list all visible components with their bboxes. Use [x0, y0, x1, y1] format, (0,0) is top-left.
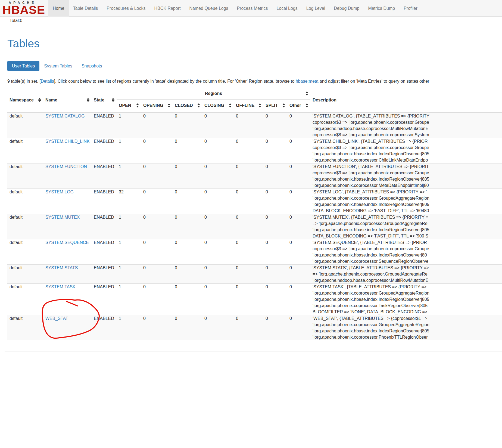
sort-icon[interactable]	[282, 103, 285, 107]
cell-region-count-opening[interactable]: 0	[141, 214, 173, 239]
tab-snapshots[interactable]: Snapshots	[77, 61, 107, 71]
cell-region-count-offline[interactable]: 0	[234, 163, 263, 189]
cell-region-count-split[interactable]: 0	[263, 113, 287, 138]
nav-item-log-level[interactable]: Log Level	[302, 0, 329, 17]
cell-region-count-offline[interactable]: 0	[234, 214, 263, 239]
cell-region-count-closing[interactable]: 0	[202, 138, 234, 163]
nav-item-procedures-locks[interactable]: Procedures & Locks	[102, 0, 150, 17]
cell-region-count-other[interactable]: 0	[287, 265, 310, 284]
nav-item-process-metrics[interactable]: Process Metrics	[233, 0, 272, 17]
cell-region-count-closing[interactable]: 0	[202, 239, 234, 265]
cell-region-count-other[interactable]: 0	[287, 239, 310, 265]
table-name-link-system-child-link[interactable]: SYSTEM.CHILD_LINK	[45, 139, 90, 144]
cell-region-count-split[interactable]: 0	[263, 189, 287, 214]
cell-region-count-split[interactable]: 0	[263, 284, 287, 315]
table-name-link-system-task[interactable]: SYSTEM.TASK	[45, 285, 76, 289]
cell-region-count-closing[interactable]: 0	[202, 113, 234, 138]
cell-region-count-other[interactable]: 0	[287, 163, 310, 189]
cell-region-count-offline[interactable]: 0	[234, 265, 263, 284]
nav-item-named-queue-logs[interactable]: Named Queue Logs	[185, 0, 232, 17]
cell-region-count-other[interactable]: 0	[287, 214, 310, 239]
cell-region-count-open[interactable]: 32	[117, 189, 141, 214]
cell-region-count-offline[interactable]: 0	[234, 315, 263, 341]
table-name-link-system-stats[interactable]: SYSTEM.STATS	[45, 265, 78, 270]
cell-region-count-opening[interactable]: 0	[141, 265, 173, 284]
cell-region-count-closed[interactable]: 0	[173, 214, 202, 239]
cell-region-count-closed[interactable]: 0	[173, 163, 202, 189]
sort-icon[interactable]	[258, 103, 261, 107]
cell-region-count-offline[interactable]: 0	[234, 113, 263, 138]
table-name-link-system-catalog[interactable]: SYSTEM.CATALOG	[45, 114, 85, 118]
cell-region-count-closed[interactable]: 0	[173, 138, 202, 163]
intro-link-details[interactable]: Details	[41, 79, 54, 84]
cell-region-count-opening[interactable]: 0	[141, 315, 173, 341]
cell-region-count-closing[interactable]: 0	[202, 265, 234, 284]
cell-region-count-split[interactable]: 0	[263, 138, 287, 163]
cell-region-count-opening[interactable]: 0	[141, 163, 173, 189]
cell-region-count-closing[interactable]: 0	[202, 214, 234, 239]
table-name-link-web-stat[interactable]: WEB_STAT	[45, 316, 68, 321]
sort-icon[interactable]	[229, 103, 232, 107]
nav-item-debug-dump[interactable]: Debug Dump	[329, 0, 364, 17]
cell-region-count-closing[interactable]: 0	[202, 189, 234, 214]
intro-link-hbase-meta[interactable]: hbase:meta	[296, 79, 319, 84]
nav-item-home[interactable]: Home	[48, 0, 69, 17]
cell-region-count-closed[interactable]: 0	[173, 189, 202, 214]
cell-region-count-open[interactable]: 1	[117, 163, 141, 189]
sort-icon[interactable]	[136, 103, 139, 107]
cell-region-count-split[interactable]: 0	[263, 239, 287, 265]
cell-region-count-opening[interactable]: 0	[141, 138, 173, 163]
cell-region-count-closing[interactable]: 0	[202, 315, 234, 341]
cell-region-count-closing[interactable]: 0	[202, 163, 234, 189]
cell-region-count-other[interactable]: 0	[287, 284, 310, 315]
cell-region-count-open[interactable]: 1	[117, 239, 141, 265]
table-name-link-system-function[interactable]: SYSTEM.FUNCTION	[45, 164, 87, 169]
cell-region-count-closed[interactable]: 0	[173, 113, 202, 138]
table-name-link-system-log[interactable]: SYSTEM.LOG	[45, 190, 74, 194]
cell-region-count-closed[interactable]: 0	[173, 315, 202, 341]
cell-region-count-offline[interactable]: 0	[234, 239, 263, 265]
nav-item-table-details[interactable]: Table Details	[69, 0, 102, 17]
cell-region-count-split[interactable]: 0	[263, 315, 287, 341]
nav-item-profiler[interactable]: Profiler	[399, 0, 422, 17]
cell-region-count-closed[interactable]: 0	[173, 284, 202, 315]
sort-icon[interactable]	[112, 98, 114, 102]
cell-region-count-offline[interactable]: 0	[234, 284, 263, 315]
cell-region-count-split[interactable]: 0	[263, 265, 287, 284]
table-name-link-system-sequence[interactable]: SYSTEM.SEQUENCE	[45, 240, 89, 245]
sort-icon[interactable]	[38, 98, 41, 102]
cell-region-count-offline[interactable]: 0	[234, 189, 263, 214]
nav-item-metrics-dump[interactable]: Metrics Dump	[364, 0, 399, 17]
cell-region-count-opening[interactable]: 0	[141, 189, 173, 214]
cell-region-count-other[interactable]: 0	[287, 189, 310, 214]
sort-icon[interactable]	[305, 91, 308, 95]
cell-region-count-opening[interactable]: 0	[141, 113, 173, 138]
cell-region-count-split[interactable]: 0	[263, 214, 287, 239]
cell-region-count-closed[interactable]: 0	[173, 265, 202, 284]
cell-region-count-open[interactable]: 1	[117, 214, 141, 239]
cell-region-count-open[interactable]: 1	[117, 315, 141, 341]
sort-icon[interactable]	[168, 103, 170, 107]
hbase-logo[interactable]: APACHE HBASE	[0, 0, 48, 16]
sort-icon[interactable]	[197, 103, 200, 107]
cell-region-count-closing[interactable]: 0	[202, 284, 234, 315]
tab-user-tables[interactable]: User Tables	[7, 61, 39, 71]
cell-region-count-other[interactable]: 0	[287, 113, 310, 138]
tab-system-tables[interactable]: System Tables	[39, 61, 77, 71]
table-name-link-system-mutex[interactable]: SYSTEM.MUTEX	[45, 215, 80, 220]
cell-region-count-other[interactable]: 0	[287, 315, 310, 341]
cell-region-count-offline[interactable]: 0	[234, 138, 263, 163]
cell-region-count-closed[interactable]: 0	[173, 239, 202, 265]
sort-icon[interactable]	[305, 103, 308, 107]
cell-region-count-open[interactable]: 1	[117, 138, 141, 163]
nav-item-local-logs[interactable]: Local Logs	[272, 0, 302, 17]
cell-region-count-opening[interactable]: 0	[141, 239, 173, 265]
cell-region-count-open[interactable]: 1	[117, 265, 141, 284]
cell-region-count-opening[interactable]: 0	[141, 284, 173, 315]
cell-region-count-other[interactable]: 0	[287, 138, 310, 163]
cell-region-count-split[interactable]: 0	[263, 163, 287, 189]
nav-item-hbck-report[interactable]: HBCK Report	[150, 0, 185, 17]
cell-region-count-open[interactable]: 1	[117, 284, 141, 315]
cell-region-count-open[interactable]: 1	[117, 113, 141, 138]
sort-icon[interactable]	[87, 98, 89, 102]
